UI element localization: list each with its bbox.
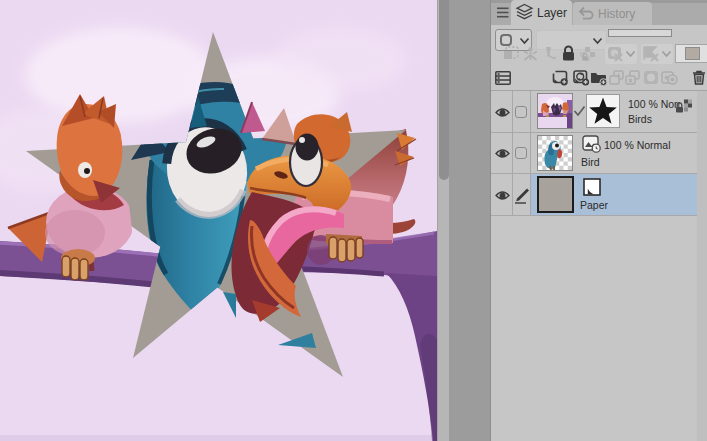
dock-background bbox=[449, 0, 490, 441]
transfer-to-lower-layer-icon[interactable] bbox=[609, 70, 624, 85]
tab-history[interactable]: History bbox=[573, 2, 652, 25]
layer-name[interactable]: Bird bbox=[581, 156, 600, 168]
chevron-down-icon bbox=[661, 50, 672, 58]
layer-checkbox[interactable] bbox=[515, 147, 527, 159]
layer-opacity-text: 100 % Normal bbox=[628, 98, 680, 110]
layer-list: 100 % Normal Birds bbox=[491, 91, 707, 216]
editing-pencil-icon bbox=[514, 187, 530, 204]
visibility-eye-icon[interactable] bbox=[495, 148, 510, 159]
palette-tab-bar: Layer History bbox=[491, 0, 707, 25]
combine-with-lower-layer-icon[interactable] bbox=[625, 70, 640, 85]
layer-palette: Layer History bbox=[490, 0, 707, 441]
layer-list-scrollbar[interactable] bbox=[697, 91, 707, 441]
lock-keep-icon[interactable] bbox=[522, 46, 539, 61]
column-separator bbox=[530, 91, 531, 216]
flag-x-icon bbox=[643, 46, 660, 62]
layer-row-bird[interactable]: 100 % Normal Bird bbox=[491, 133, 697, 174]
tab-layer[interactable]: Layer bbox=[511, 0, 572, 25]
new-raster-layer-icon[interactable] bbox=[552, 70, 569, 86]
canvas-scrollbar-thumb[interactable] bbox=[439, 0, 449, 180]
new-layer-folder-icon[interactable] bbox=[590, 70, 608, 86]
canvas-artwork bbox=[0, 0, 437, 441]
chevron-down-icon bbox=[625, 50, 636, 58]
palette-menu-icon[interactable] bbox=[496, 6, 510, 19]
layer-thumbnail-paper[interactable] bbox=[537, 176, 574, 213]
lock-transparent-pixels-icon[interactable] bbox=[580, 46, 596, 61]
new-vector-layer-icon[interactable] bbox=[573, 70, 590, 86]
opacity-slider[interactable] bbox=[608, 29, 672, 37]
mask-x-icon bbox=[607, 46, 624, 62]
visibility-eye-icon[interactable] bbox=[495, 190, 510, 201]
draft-layer-icon[interactable] bbox=[541, 46, 557, 61]
layer-thumbnail-bird[interactable] bbox=[537, 135, 573, 171]
clip-to-layer-below-icon[interactable] bbox=[503, 46, 519, 61]
canvas-viewport[interactable] bbox=[0, 0, 437, 441]
layer-color-dropdown[interactable] bbox=[641, 44, 673, 64]
layer-opacity-text: 100 % Normal bbox=[604, 139, 684, 151]
layer-checkbox[interactable] bbox=[515, 106, 527, 118]
layer-thumbnail-birds[interactable] bbox=[537, 93, 573, 129]
paper-layer-icon bbox=[583, 178, 601, 196]
chevron-down-icon bbox=[592, 37, 603, 45]
apply-mask-icon[interactable] bbox=[661, 70, 678, 85]
locked-transparent-badge-icon bbox=[675, 99, 694, 113]
layer-row-paper[interactable]: Paper bbox=[491, 174, 697, 216]
history-icon bbox=[577, 6, 595, 22]
layers-icon bbox=[515, 3, 534, 22]
column-separator bbox=[512, 91, 513, 216]
create-layer-mask-icon[interactable] bbox=[643, 70, 659, 85]
image-material-layer-icon bbox=[582, 135, 602, 154]
rounded-square-icon bbox=[500, 34, 512, 46]
right-hand bbox=[326, 234, 363, 262]
delete-layer-icon[interactable] bbox=[692, 70, 706, 85]
bird-thumbnail-art bbox=[538, 136, 572, 170]
enable-mask-dropdown[interactable] bbox=[605, 44, 637, 64]
color-swatch bbox=[685, 47, 700, 60]
layer-mask-thumbnail-star[interactable] bbox=[586, 94, 620, 128]
canvas-vertical-scrollbar[interactable] bbox=[437, 0, 449, 441]
tab-layer-label: Layer bbox=[537, 6, 567, 20]
layer-name[interactable]: Birds bbox=[628, 113, 652, 125]
tab-history-label: History bbox=[598, 7, 635, 21]
layer-name[interactable]: Paper bbox=[580, 199, 608, 211]
lock-layer-icon[interactable] bbox=[561, 45, 576, 61]
layer-color-swatch[interactable] bbox=[675, 44, 707, 63]
app-window: Layer History bbox=[0, 0, 707, 441]
mask-link-check-icon[interactable] bbox=[573, 105, 586, 117]
chevron-down-icon bbox=[519, 37, 530, 45]
birds-thumbnail-art bbox=[538, 94, 572, 128]
layer-row-birds[interactable]: 100 % Normal Birds bbox=[491, 91, 697, 133]
palette-list-icon[interactable] bbox=[495, 71, 511, 85]
star-mask-art bbox=[587, 95, 619, 127]
visibility-eye-icon[interactable] bbox=[495, 107, 510, 118]
